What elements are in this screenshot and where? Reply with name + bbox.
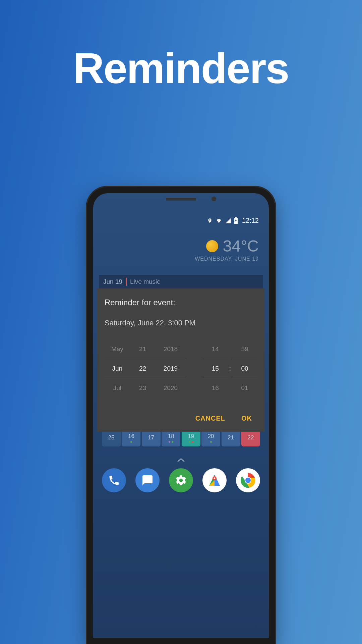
- event-bar[interactable]: Jun 19 Live music: [99, 275, 263, 288]
- weather-widget[interactable]: 34°C WEDNESDAY, JUNE 19: [195, 237, 259, 262]
- signal-icon: [225, 218, 231, 224]
- year-selected[interactable]: 2019: [156, 359, 186, 378]
- dialog-subtitle: Saturday, June 22, 3:00 PM: [105, 319, 257, 327]
- drawer-handle-icon[interactable]: [176, 455, 186, 465]
- hour-selected[interactable]: 15: [202, 359, 228, 378]
- day-selected[interactable]: 22: [130, 359, 156, 378]
- maps-app-icon[interactable]: [202, 468, 227, 492]
- cancel-button[interactable]: CANCEL: [193, 411, 227, 426]
- weather-date: WEDNESDAY, JUNE 19: [195, 256, 259, 262]
- event-divider: [126, 278, 127, 286]
- wifi-icon: [215, 218, 223, 224]
- date-time-picker[interactable]: May Jun Jul 21 22 23 2018 2019 2020 14: [105, 339, 257, 398]
- event-dots: [210, 441, 212, 443]
- reminder-dialog: Reminder for event: Saturday, June 22, 3…: [97, 288, 265, 432]
- minute-selected[interactable]: 00: [232, 359, 257, 378]
- messages-app-icon[interactable]: [135, 468, 160, 492]
- event-dots: [189, 441, 193, 443]
- calendar-day-number: 25: [108, 434, 115, 441]
- location-icon: [207, 217, 213, 224]
- sun-icon: [206, 240, 218, 252]
- calendar-day-number: 22: [247, 434, 254, 441]
- month-next[interactable]: Jul: [105, 378, 130, 398]
- year-picker[interactable]: 2018 2019 2020: [156, 339, 186, 398]
- calendar-day-number: 16: [128, 433, 134, 440]
- minute-picker[interactable]: 59 00 01: [232, 339, 257, 398]
- phone-frame: 12:12 34°C WEDNESDAY, JUNE 19 Jun 19 Liv…: [87, 187, 275, 644]
- status-time: 12:12: [242, 217, 259, 224]
- time-colon: :: [228, 365, 232, 372]
- calendar-day-number: 19: [188, 433, 194, 440]
- dialog-title: Reminder for event:: [105, 298, 257, 307]
- month-prev[interactable]: May: [105, 339, 130, 359]
- weather-temp: 34°C: [223, 237, 259, 255]
- dock: [102, 468, 260, 492]
- day-prev[interactable]: 21: [130, 339, 156, 359]
- day-next[interactable]: 23: [130, 378, 156, 398]
- phone-camera: [212, 197, 216, 201]
- hour-prev[interactable]: 14: [202, 339, 228, 359]
- calendar-day-number: 18: [168, 433, 174, 440]
- day-picker[interactable]: 21 22 23: [130, 339, 156, 398]
- settings-app-icon[interactable]: [169, 468, 193, 492]
- page-title: Reminders: [0, 44, 362, 93]
- minute-prev[interactable]: 59: [232, 339, 257, 359]
- event-title: Live music: [130, 278, 160, 285]
- battery-charging-icon: [234, 217, 238, 224]
- month-picker[interactable]: May Jun Jul: [105, 339, 130, 398]
- year-next[interactable]: 2020: [156, 378, 186, 398]
- svg-rect-1: [235, 217, 237, 218]
- event-date: Jun 19: [103, 278, 122, 285]
- dialog-actions: CANCEL OK: [105, 411, 257, 426]
- calendar-day-number: 17: [148, 434, 154, 441]
- phone-screen: 12:12 34°C WEDNESDAY, JUNE 19 Jun 19 Liv…: [93, 193, 269, 638]
- status-bar: 12:12: [207, 217, 259, 224]
- event-dots: [130, 441, 132, 443]
- hour-next[interactable]: 16: [202, 378, 228, 398]
- chrome-app-icon[interactable]: [236, 468, 260, 492]
- ok-button[interactable]: OK: [239, 411, 254, 426]
- year-prev[interactable]: 2018: [156, 339, 186, 359]
- calendar-day-number: 20: [208, 433, 214, 440]
- phone-speaker: [166, 198, 196, 201]
- phone-app-icon[interactable]: [102, 468, 126, 492]
- hour-picker[interactable]: 14 15 16: [202, 339, 228, 398]
- event-dots: [169, 441, 173, 443]
- svg-point-4: [214, 478, 216, 479]
- calendar-day-number: 21: [228, 434, 234, 441]
- minute-next[interactable]: 01: [232, 378, 257, 398]
- month-selected[interactable]: Jun: [105, 359, 130, 378]
- svg-point-7: [245, 478, 251, 483]
